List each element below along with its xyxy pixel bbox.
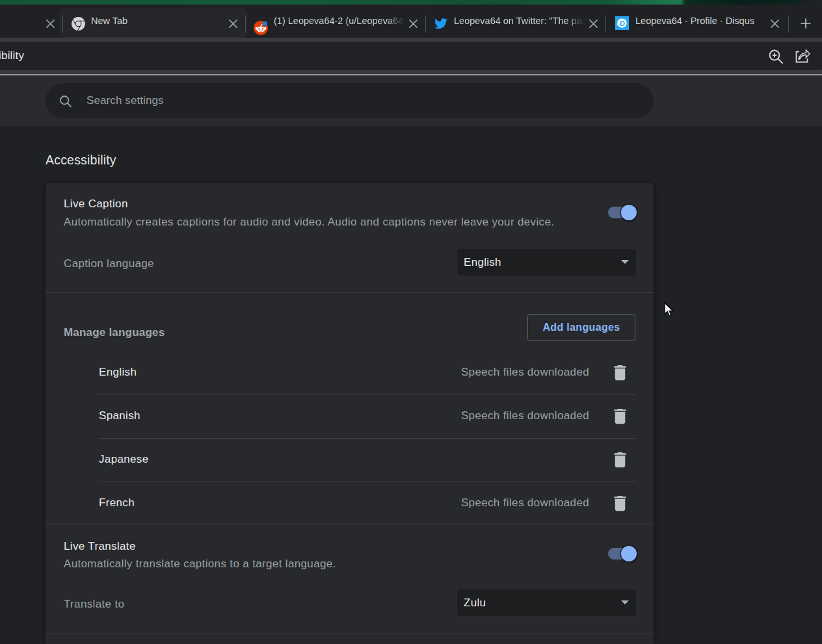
svg-text:D: D [620, 19, 625, 27]
